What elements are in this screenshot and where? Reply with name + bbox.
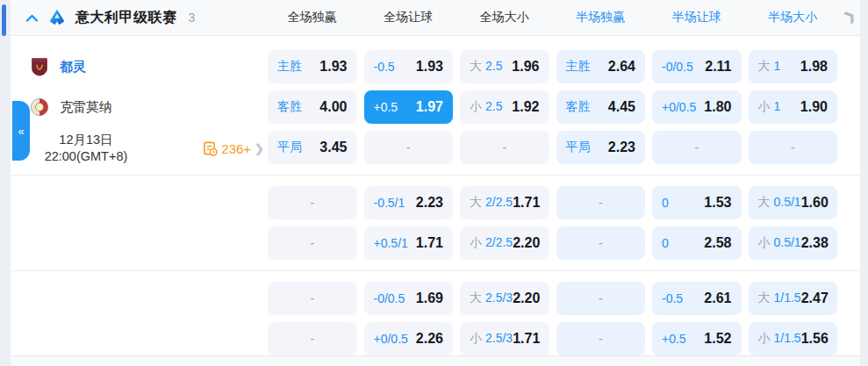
odds-cell[interactable]: 01.53 <box>652 186 742 219</box>
odds-value: 1.71 <box>513 195 540 211</box>
odds-cell[interactable]: 大0.5/11.60 <box>749 186 838 219</box>
empty-odds-dash: - <box>694 140 699 154</box>
handicap-label: -0/0.5 <box>662 60 693 74</box>
odds-cell[interactable]: 主胜2.64 <box>556 50 646 83</box>
odds-cell[interactable]: -0.5/12.23 <box>364 186 454 219</box>
odds-value: 4.00 <box>319 99 347 115</box>
empty-odds-dash: - <box>310 291 314 305</box>
odds-cell[interactable]: 小2.51.92 <box>460 90 549 124</box>
odds-cell: - <box>556 186 646 219</box>
odds-value: 2.23 <box>608 140 635 155</box>
odds-value: 1.52 <box>704 331 731 347</box>
home-team-name: 都灵 <box>60 59 86 75</box>
odds-cell[interactable]: +0/0.51.80 <box>652 90 742 124</box>
outcome-label: 客胜 <box>277 99 302 115</box>
odds-cell[interactable]: 02.58 <box>652 226 742 260</box>
odds-cell[interactable]: -0/0.51.69 <box>364 282 454 315</box>
league-panel: 意大利甲级联赛 3 全场独赢 全场让球 全场大小 半场独赢 半场让球 半场大小 … <box>11 0 860 366</box>
odds-row: -+0.5/11.71小2/2.52.20-02.58小0.5/12.38 <box>268 226 837 260</box>
odds-cell[interactable]: +0.5/11.71 <box>364 226 454 260</box>
sidebar-collapse-tab[interactable]: « <box>12 101 30 161</box>
odds-cell[interactable]: 客胜4.00 <box>268 90 357 124</box>
odds-cell[interactable]: 大2.51.96 <box>460 50 549 83</box>
odds-cell[interactable]: -0/0.52.11 <box>652 50 742 83</box>
outcome-label: 主胜 <box>566 59 591 75</box>
odds-cell[interactable]: 小2.5/31.71 <box>460 322 549 355</box>
odds-cell: - <box>268 282 357 315</box>
overunder-label: 大0.5/1 <box>758 195 801 211</box>
league-header: 意大利甲级联赛 3 全场独赢 全场让球 全场大小 半场独赢 半场让球 半场大小 … <box>11 0 860 36</box>
odds-cell[interactable]: -0.51.93 <box>364 50 454 83</box>
handicap-label: +0/0.5 <box>374 332 408 346</box>
match-datetime-row: 12月13日 22:00(GMT+8) 236+ ❯ <box>11 129 268 168</box>
odds-cell[interactable]: 平局3.45 <box>268 131 357 164</box>
odds-cell[interactable]: +0.51.97 <box>364 90 454 124</box>
empty-odds-dash: - <box>599 196 603 210</box>
markets-stats-icon <box>203 141 218 156</box>
home-team-badge-torino <box>30 57 49 76</box>
odds-cell[interactable]: 主胜1.93 <box>268 50 357 83</box>
odds-cell[interactable]: 小2/2.52.20 <box>460 226 549 260</box>
empty-odds-dash: - <box>599 236 603 250</box>
odds-cell[interactable]: +0.51.52 <box>652 322 742 355</box>
odds-value: 2.20 <box>513 235 540 251</box>
header-more-arrow-icon[interactable]: ❯ <box>842 7 858 25</box>
collapse-league-button[interactable] <box>25 14 39 22</box>
serie-a-logo-icon <box>48 9 66 26</box>
odds-cell: - <box>652 131 742 164</box>
odds-value: 3.45 <box>319 140 347 155</box>
match-date: 12月13日 <box>14 132 158 148</box>
odds-cell: - <box>364 131 454 164</box>
odds-cell[interactable]: 大1/1.52.47 <box>749 282 838 315</box>
odds-cell[interactable]: 小11.90 <box>749 90 838 124</box>
handicap-label: 0 <box>662 196 669 210</box>
odds-cell: - <box>268 226 357 260</box>
chevron-right-icon: ❯ <box>255 142 264 155</box>
odds-cell[interactable]: -0.52.61 <box>652 282 742 315</box>
odds-cell[interactable]: 客胜4.45 <box>556 90 646 124</box>
odds-cell[interactable]: 小0.5/12.38 <box>749 226 838 260</box>
right-gutter <box>860 0 868 366</box>
left-scrollbar-track <box>0 0 11 366</box>
odds-value: 1.93 <box>416 59 443 75</box>
odds-value: 1.71 <box>416 235 443 251</box>
odds-value: 2.23 <box>416 195 443 211</box>
odds-cell[interactable]: +0/0.52.26 <box>364 322 454 355</box>
more-markets-link[interactable]: 236+ ❯ <box>203 141 264 156</box>
overunder-label: 大2.5/3 <box>470 291 513 306</box>
odds-value: 1.69 <box>416 291 443 306</box>
odds-cell[interactable]: 大11.98 <box>749 50 838 83</box>
handicap-label: +0.5 <box>662 332 686 346</box>
handicap-label: -0.5 <box>662 291 683 305</box>
odds-value: 1.96 <box>512 59 539 75</box>
odds-cell: - <box>268 322 357 355</box>
overunder-label: 小2.5 <box>470 99 502 115</box>
overunder-label: 小1/1.5 <box>758 331 801 347</box>
odds-cell[interactable]: 平局2.23 <box>556 131 646 164</box>
odds-cell: - <box>460 131 549 164</box>
odds-value: 2.20 <box>513 291 540 306</box>
column-header-halftime-handicap: 半场让球 <box>652 10 742 25</box>
odds-cell[interactable]: 大2/2.51.71 <box>460 186 549 219</box>
away-team-row[interactable]: 克雷莫纳 <box>11 90 268 124</box>
chevron-up-icon <box>25 14 39 22</box>
markets-count: 236+ <box>221 141 251 156</box>
home-team-row[interactable]: 都灵 <box>11 50 268 83</box>
odds-row: 主胜1.93-0.51.93大2.51.96主胜2.64-0/0.52.11大1… <box>268 50 837 83</box>
odds-cell[interactable]: 小1/1.51.56 <box>749 322 838 355</box>
odds-row: 平局3.45--平局2.23-- <box>268 131 837 164</box>
empty-odds-dash: - <box>406 140 411 154</box>
column-header-halftime-1x2: 半场独赢 <box>556 10 646 25</box>
odds-value: 1.60 <box>801 195 829 211</box>
column-header-fulltime-overunder: 全场大小 <box>460 10 549 25</box>
match-time: 22:00(GMT+8) <box>14 148 158 165</box>
scrollbar-thumb[interactable] <box>2 4 6 36</box>
handicap-label: +0.5 <box>374 100 398 114</box>
empty-odds-dash: - <box>310 236 314 250</box>
handicap-label: +0/0.5 <box>662 100 696 114</box>
handicap-label: -0/0.5 <box>374 291 405 305</box>
handicap-label: 0 <box>662 236 669 250</box>
outcome-label: 平局 <box>277 140 302 155</box>
odds-cell[interactable]: 大2.5/32.20 <box>460 282 549 315</box>
overunder-label: 大2/2.5 <box>470 195 513 211</box>
